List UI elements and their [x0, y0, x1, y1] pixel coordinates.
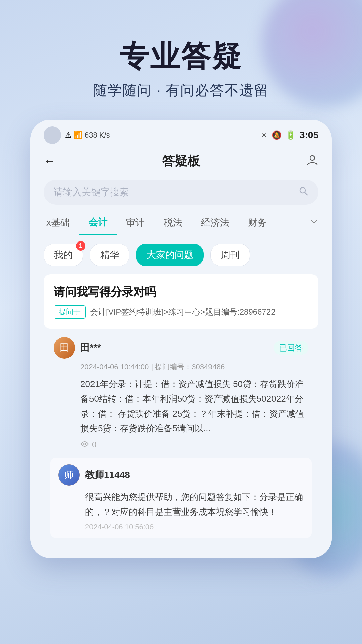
- mine-badge: 1: [76, 241, 85, 251]
- view-count: 0: [80, 440, 308, 449]
- question-tag: 提问于: [54, 305, 86, 319]
- page-title: 答疑板: [162, 153, 200, 170]
- status-avatar: [44, 126, 61, 144]
- sub-title: 随学随问 · 有问必答不遗留: [0, 81, 362, 100]
- question-number: 提问编号：30349486: [155, 363, 225, 371]
- status-right: ✳ 🔕 🔋 3:05: [261, 130, 318, 141]
- back-button[interactable]: ←: [44, 154, 56, 168]
- user-avatar-inner: 田: [54, 337, 75, 359]
- user-profile-icon[interactable]: [306, 154, 318, 168]
- sub-tabs: 我的 1 精华 大家的问题 周刊: [30, 235, 332, 274]
- user-answer: 田 田*** 已回答 2024-04-06 10:44:00 | 提问编号：30…: [44, 329, 318, 458]
- sub-tab-highlights-label: 精华: [100, 250, 119, 260]
- svg-point-3: [84, 443, 86, 445]
- svg-line-2: [305, 192, 307, 195]
- search-container: 请输入关键字搜索: [30, 176, 332, 211]
- warning-icon: ⚠: [65, 131, 72, 140]
- teacher-reply: 师 教师11448 很高兴能为您提供帮助，您的问题答复如下：分录是正确的，？对应…: [50, 458, 312, 538]
- sub-tab-weekly-label: 周刊: [221, 250, 240, 260]
- sub-tab-everyone[interactable]: 大家的问题: [136, 244, 204, 266]
- svg-point-0: [310, 156, 315, 160]
- answer-meta: 2024-04-06 10:44:00 | 提问编号：30349486: [80, 362, 308, 372]
- view-number: 0: [92, 440, 96, 449]
- category-tab-kuaiji[interactable]: 会计: [79, 211, 117, 235]
- search-placeholder-text: 请输入关键字搜索: [54, 186, 293, 199]
- teacher-reply-text: 很高兴能为您提供帮助，您的问题答复如下：分录是正确的，？对应的科目是主营业务成本…: [85, 490, 304, 519]
- teacher-avatar: 师: [58, 464, 80, 486]
- category-tab-jingjifa[interactable]: 经济法: [192, 211, 239, 234]
- search-bar[interactable]: 请输入关键字搜索: [44, 180, 318, 205]
- phone-mockup: ⚠ 📶 638 K/s ✳ 🔕 🔋 3:05 ← 答疑板: [30, 120, 332, 558]
- header-section: 专业答疑 随学随问 · 有问必答不遗留: [0, 0, 362, 120]
- content-area: 请问我写得分录对吗 提问于 会计[VIP签约特训班]>练习中心>题目编号:289…: [30, 274, 332, 558]
- sub-tab-weekly[interactable]: 周刊: [210, 244, 250, 266]
- search-icon: [298, 186, 308, 198]
- answer-username: 田***: [80, 341, 101, 354]
- nav-bar: ← 答疑板: [30, 147, 332, 176]
- status-bar: ⚠ 📶 638 K/s ✳ 🔕 🔋 3:05: [30, 120, 332, 147]
- time-display: 3:05: [300, 130, 318, 141]
- answered-badge: 已回答: [274, 341, 308, 355]
- post-time: 2024-04-06 10:44:00: [80, 363, 149, 371]
- category-tab-jichuu[interactable]: x基础: [37, 211, 79, 234]
- reply-time: 2024-04-06 10:56:06: [85, 523, 304, 531]
- teacher-name: 教师11448: [85, 469, 130, 481]
- eye-icon: [80, 440, 89, 449]
- phone-container: ⚠ 📶 638 K/s ✳ 🔕 🔋 3:05 ← 答疑板: [0, 120, 362, 558]
- status-icons: ⚠ 📶 638 K/s: [65, 131, 110, 140]
- question-source-text: 会计[VIP签约特训班]>练习中心>题目编号:28966722: [90, 307, 276, 317]
- category-tab-shenji[interactable]: 审计: [117, 211, 154, 234]
- teacher-reply-header: 师 教师11448: [58, 464, 304, 486]
- answer-user-info: 田 田***: [54, 337, 101, 359]
- battery-icon: 🔋: [286, 130, 296, 140]
- main-title: 专业答疑: [0, 40, 362, 73]
- signal-text: 638 K/s: [85, 131, 110, 140]
- question-source: 提问于 会计[VIP签约特训班]>练习中心>题目编号:28966722: [54, 305, 308, 319]
- sub-tab-everyone-label: 大家的问题: [146, 250, 193, 260]
- silent-icon: 🔕: [272, 130, 282, 140]
- category-tabs: x基础 会计 审计 税法 经济法 财务: [30, 211, 332, 235]
- wifi-icon: 📶: [74, 131, 83, 140]
- teacher-avatar-inner: 师: [58, 464, 80, 486]
- meta-separator: |: [151, 363, 155, 371]
- bluetooth-icon: ✳: [261, 130, 267, 140]
- answer-header: 田 田*** 已回答: [54, 337, 308, 359]
- status-left: ⚠ 📶 638 K/s: [44, 126, 110, 144]
- answer-text: 2021年分录：计提：借：资产减值损失 50贷：存货跌价准备50结转：借：本年利…: [80, 377, 308, 436]
- category-more-button[interactable]: [303, 212, 325, 234]
- user-avatar: 田: [54, 337, 75, 359]
- category-tab-shuifa[interactable]: 税法: [154, 211, 192, 234]
- question-title: 请问我写得分录对吗: [54, 284, 308, 300]
- sub-tab-highlights[interactable]: 精华: [90, 244, 129, 266]
- sub-tab-mine[interactable]: 我的 1: [44, 244, 83, 266]
- category-tab-caiwu[interactable]: 财务: [239, 211, 276, 234]
- question-card[interactable]: 请问我写得分录对吗 提问于 会计[VIP签约特训班]>练习中心>题目编号:289…: [44, 274, 318, 329]
- sub-tab-mine-label: 我的: [54, 250, 73, 260]
